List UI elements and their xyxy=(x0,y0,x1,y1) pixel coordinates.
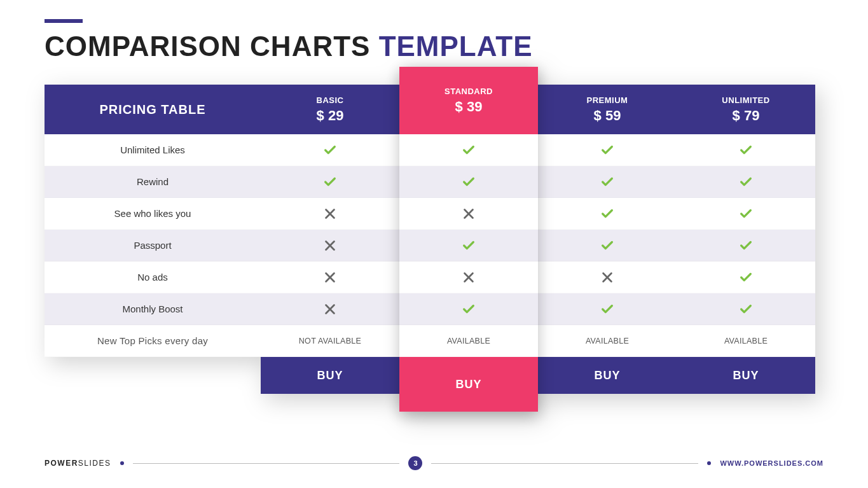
check-icon xyxy=(600,175,614,189)
feature-label: Passport xyxy=(45,230,261,261)
plan-cell xyxy=(538,166,677,198)
plan-cell xyxy=(677,261,815,293)
plan-cell xyxy=(538,261,677,293)
cross-icon xyxy=(323,239,337,253)
feature-label: No ads xyxy=(45,261,261,293)
plan-cell xyxy=(399,261,538,293)
plan-cell xyxy=(399,198,538,230)
footer-brand-light: SLIDES xyxy=(78,459,111,468)
title-accent: TEMPLATE xyxy=(379,31,533,62)
plan-cell: AVAILABLE xyxy=(677,325,815,357)
plan-cell xyxy=(261,198,399,230)
plan-cell xyxy=(399,230,538,261)
buy-button[interactable]: BUY xyxy=(538,357,677,394)
check-icon xyxy=(462,302,476,316)
plan-column-basic: BASIC$ 29NOT AVAILABLEBUY xyxy=(261,85,399,394)
plan-name: UNLIMITED xyxy=(722,95,769,105)
plan-cell xyxy=(677,293,815,325)
check-icon xyxy=(462,143,476,157)
check-icon xyxy=(323,143,337,157)
plan-cell: AVAILABLE xyxy=(399,325,538,357)
pricing-table: PRICING TABLEUnlimited LikesRewindSee wh… xyxy=(45,85,823,412)
check-icon xyxy=(323,175,337,189)
plan-cell: NOT AVAILABLE xyxy=(261,325,399,357)
cross-icon xyxy=(462,207,476,221)
check-icon xyxy=(462,239,476,253)
feature-label: See who likes you xyxy=(45,198,261,230)
plan-price: $ 79 xyxy=(733,108,760,124)
plan-header: BASIC$ 29 xyxy=(261,85,399,134)
plan-header: PREMIUM$ 59 xyxy=(538,85,677,134)
table-header-label: PRICING TABLE xyxy=(45,85,261,134)
plan-cell xyxy=(261,293,399,325)
plan-column-premium: PREMIUM$ 59AVAILABLEBUY xyxy=(538,85,677,394)
plan-price: $ 29 xyxy=(317,108,344,124)
cross-icon xyxy=(323,207,337,221)
check-icon xyxy=(600,239,614,253)
buy-button[interactable]: BUY xyxy=(399,357,538,412)
plan-cell: AVAILABLE xyxy=(538,325,677,357)
feature-label: New Top Picks every day xyxy=(45,325,261,357)
plan-column-unlimited: UNLIMITED$ 79AVAILABLEBUY xyxy=(677,85,815,394)
plan-column-standard: STANDARD$ 39AVAILABLEBUY xyxy=(399,67,538,412)
check-icon xyxy=(739,175,753,189)
plan-cell xyxy=(261,230,399,261)
feature-label: Rewind xyxy=(45,166,261,198)
plan-cell xyxy=(538,230,677,261)
plan-cell xyxy=(261,134,399,166)
plan-cell xyxy=(677,166,815,198)
slide-footer: POWERSLIDES 3 WWW.POWERSLIDES.COM xyxy=(45,456,823,470)
page-title: COMPARISON CHARTS TEMPLATE xyxy=(45,31,823,62)
footer-dot xyxy=(120,461,124,465)
plan-header: STANDARD$ 39 xyxy=(399,67,538,134)
buy-button[interactable]: BUY xyxy=(261,357,399,394)
check-icon xyxy=(462,175,476,189)
accent-bar xyxy=(45,19,83,23)
plan-cell xyxy=(399,166,538,198)
cross-icon xyxy=(600,270,614,284)
check-icon xyxy=(739,270,753,284)
cross-icon xyxy=(323,270,337,284)
title-main: COMPARISON CHARTS xyxy=(45,31,379,62)
check-icon xyxy=(600,207,614,221)
footer-dot xyxy=(707,461,711,465)
footer-brand-bold: POWER xyxy=(45,459,78,468)
plan-cell xyxy=(677,134,815,166)
footer-line xyxy=(133,463,400,464)
features-column: PRICING TABLEUnlimited LikesRewindSee wh… xyxy=(45,85,261,394)
feature-label: Unlimited Likes xyxy=(45,134,261,166)
buy-button[interactable]: BUY xyxy=(677,357,815,394)
check-icon xyxy=(739,143,753,157)
plan-cell xyxy=(399,293,538,325)
check-icon xyxy=(739,207,753,221)
plan-name: PREMIUM xyxy=(587,95,628,105)
plan-cell xyxy=(538,134,677,166)
plan-header: UNLIMITED$ 79 xyxy=(677,85,815,134)
plan-cell xyxy=(677,198,815,230)
page-number-badge: 3 xyxy=(408,456,422,470)
check-icon xyxy=(600,143,614,157)
plan-cell xyxy=(538,198,677,230)
plan-cell xyxy=(538,293,677,325)
check-icon xyxy=(600,302,614,316)
footer-brand: POWERSLIDES xyxy=(45,459,111,468)
cross-icon xyxy=(462,270,476,284)
plan-cell xyxy=(261,261,399,293)
cross-icon xyxy=(323,302,337,316)
feature-label: Monthly Boost xyxy=(45,293,261,325)
plan-name: STANDARD xyxy=(444,87,493,96)
plan-cell xyxy=(677,230,815,261)
plan-cell xyxy=(399,134,538,166)
plan-cell xyxy=(261,166,399,198)
footer-line xyxy=(431,463,698,464)
plan-price: $ 39 xyxy=(455,99,483,115)
plan-price: $ 59 xyxy=(594,108,621,124)
check-icon xyxy=(739,302,753,316)
check-icon xyxy=(739,239,753,253)
footer-url: WWW.POWERSLIDES.COM xyxy=(720,459,823,467)
plan-name: BASIC xyxy=(317,95,344,105)
